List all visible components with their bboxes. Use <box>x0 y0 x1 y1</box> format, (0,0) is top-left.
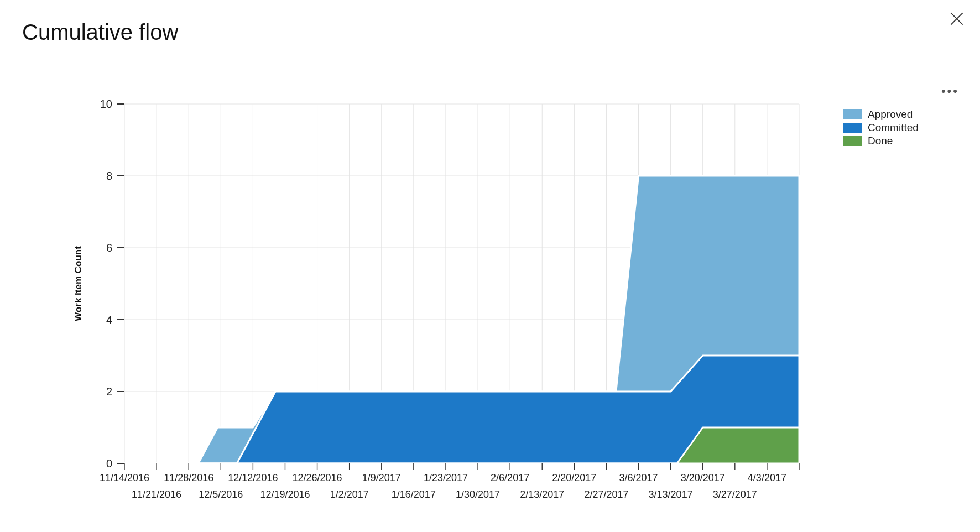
legend-swatch <box>843 109 862 119</box>
svg-text:12/5/2016: 12/5/2016 <box>199 489 243 500</box>
svg-text:1/30/2017: 1/30/2017 <box>456 489 500 500</box>
svg-text:11/14/2016: 11/14/2016 <box>100 472 149 483</box>
legend-label: Committed <box>868 122 919 134</box>
svg-text:11/21/2016: 11/21/2016 <box>132 489 181 500</box>
legend-swatch <box>843 136 862 146</box>
svg-text:4: 4 <box>106 314 112 326</box>
legend-label: Approved <box>868 108 913 121</box>
page-title: Cumulative flow <box>22 20 178 45</box>
svg-text:3/27/2017: 3/27/2017 <box>713 489 757 500</box>
chart-legend: Approved Committed Done <box>843 108 919 148</box>
svg-text:12/19/2016: 12/19/2016 <box>260 489 310 500</box>
svg-text:2/6/2017: 2/6/2017 <box>491 472 529 483</box>
svg-text:10: 10 <box>100 98 112 110</box>
svg-text:2/27/2017: 2/27/2017 <box>584 489 628 500</box>
more-options-button[interactable]: ••• <box>941 85 959 97</box>
svg-text:1/16/2017: 1/16/2017 <box>392 489 436 500</box>
cumulative-flow-chart: 0246810Work Item Count11/14/201611/28/20… <box>61 83 824 509</box>
legend-label: Done <box>868 135 893 147</box>
svg-text:3/6/2017: 3/6/2017 <box>619 472 658 483</box>
legend-item-committed: Committed <box>843 122 919 134</box>
svg-text:2: 2 <box>106 385 112 398</box>
svg-text:2/13/2017: 2/13/2017 <box>520 489 564 500</box>
legend-swatch <box>843 123 862 133</box>
svg-text:12/12/2016: 12/12/2016 <box>228 472 278 483</box>
legend-item-approved: Approved <box>843 108 919 121</box>
svg-text:8: 8 <box>106 170 112 182</box>
svg-text:1/2/2017: 1/2/2017 <box>330 489 369 500</box>
svg-text:1/23/2017: 1/23/2017 <box>424 472 468 483</box>
svg-text:3/20/2017: 3/20/2017 <box>681 472 725 483</box>
close-button[interactable] <box>948 10 966 28</box>
ellipsis-icon: ••• <box>941 84 959 98</box>
close-icon <box>948 10 966 28</box>
svg-text:0: 0 <box>106 457 112 470</box>
svg-text:6: 6 <box>106 242 112 254</box>
svg-text:1/9/2017: 1/9/2017 <box>362 472 401 483</box>
legend-item-done: Done <box>843 135 919 147</box>
svg-text:Work Item Count: Work Item Count <box>73 246 84 321</box>
svg-text:4/3/2017: 4/3/2017 <box>748 472 786 483</box>
svg-text:12/26/2016: 12/26/2016 <box>293 472 342 483</box>
svg-text:2/20/2017: 2/20/2017 <box>552 472 596 483</box>
svg-text:11/28/2016: 11/28/2016 <box>164 472 213 483</box>
svg-text:3/13/2017: 3/13/2017 <box>649 489 693 500</box>
